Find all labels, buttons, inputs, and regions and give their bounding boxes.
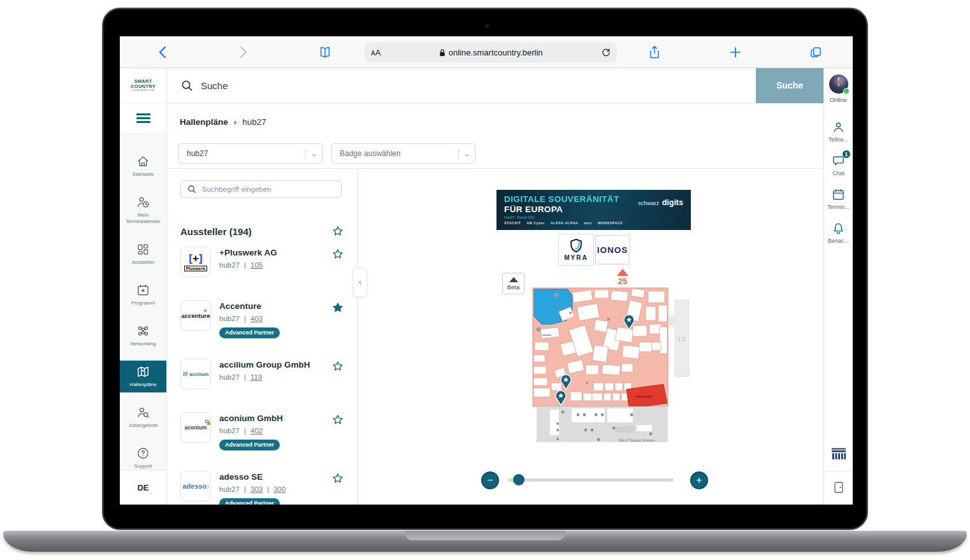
tabs-icon[interactable]	[806, 43, 825, 62]
meta-separator: |	[244, 427, 246, 434]
exhibitor-row-aconium-gmbh[interactable]: aconiumaconium GmbHhub27|402Advanced Par…	[180, 412, 344, 471]
stand-link[interactable]: 303	[250, 485, 263, 493]
exhibitor-name[interactable]: accilium Group GmbH	[219, 360, 331, 370]
exhibitor-name[interactable]: +Pluswerk AG	[219, 248, 331, 257]
favorite-star-icon[interactable]	[331, 301, 344, 314]
sidebar-item-label: Jobangebote	[128, 422, 157, 429]
exhibitor-row-adesso-se[interactable]: adesso)adesso SEhub27|303|300Advanced Pa…	[180, 471, 344, 505]
forward-chevron-icon[interactable]	[234, 43, 253, 62]
panel-collapse-button[interactable]: ‹	[353, 268, 367, 297]
language-switcher[interactable]: DE	[120, 470, 166, 505]
share-icon[interactable]	[645, 43, 664, 62]
rail-item-chat[interactable]: 1Chat	[831, 154, 846, 176]
sidebar-item-programm[interactable]: Programm	[120, 279, 166, 311]
selected-stand-marker[interactable]: 25	[613, 269, 632, 286]
myra-wordmark: MYRA	[564, 254, 588, 261]
favorite-star-icon[interactable]	[331, 472, 344, 485]
exhibitor-row-accilium-group-gmbh[interactable]: \\\acciliumaccilium Group GmbHhub27|119	[180, 359, 344, 412]
rail-item-termin[interactable]: Termin...	[827, 187, 850, 210]
stand-link[interactable]: 105	[250, 261, 263, 269]
hall-label: hub27	[219, 315, 240, 322]
rail-divider	[824, 471, 853, 471]
favorite-star-icon[interactable]	[331, 413, 344, 426]
stand-link[interactable]: 402	[250, 427, 263, 434]
global-search-input[interactable]	[201, 80, 756, 91]
breadcrumb-root[interactable]: Hallenpläne	[180, 117, 228, 127]
accilium-logo: \\\accilium	[180, 359, 211, 389]
sidebar-item-label: Programm	[131, 300, 155, 306]
exhibitor-search-input[interactable]	[202, 185, 335, 193]
exhibitor-list: [+]Pluswerk+Pluswerk AGhub27|105accentur…	[180, 247, 344, 505]
zoom-slider[interactable]	[508, 478, 674, 482]
logo-text: \\\accilium	[183, 371, 209, 377]
exhibitor-row-accenture[interactable]: accenture>Accenturehub27|403Advanced Par…	[180, 300, 344, 359]
chat-icon: 1	[831, 154, 846, 168]
sidebar-item-mein-terminkalender[interactable]: Mein Terminkalender	[120, 191, 166, 229]
favorite-star-icon[interactable]	[331, 360, 344, 373]
logo-line2: COUNTRY	[131, 84, 156, 89]
partner-badge: Advanced Partner	[219, 498, 280, 505]
exhibitor-info: +Pluswerk AGhub27|105	[219, 247, 331, 269]
exhibitor-row-pluswerk-ag[interactable]: [+]Pluswerk+Pluswerk AGhub27|105	[180, 247, 344, 300]
ionos-logo[interactable]: IONOS	[595, 235, 630, 264]
exhibitor-name[interactable]: Accenture	[219, 301, 331, 311]
meta-separator: |	[244, 373, 246, 381]
sidebar-item-startseite[interactable]: Startseite	[120, 150, 166, 182]
exhibitor-name[interactable]: aconium GmbH	[219, 413, 331, 423]
badge-select[interactable]: Badge auswählen ⌄	[331, 143, 475, 164]
myra-shield-icon	[568, 238, 584, 254]
hub27-columns-icon[interactable]	[830, 447, 847, 462]
app-logo[interactable]: SMART COUNTRY CONVENTION	[120, 68, 166, 103]
beta-label: Beta	[507, 284, 520, 291]
exhibitor-info: accilium Group GmbHhub27|119	[219, 359, 331, 381]
zoom-in-button[interactable]: +	[690, 471, 708, 489]
rail-item-benac[interactable]: Benac...	[828, 221, 849, 244]
sidebar-item-label: Startseite	[133, 171, 154, 178]
new-tab-plus-icon[interactable]	[726, 43, 745, 62]
sidebar-item-label: Aussteller	[132, 259, 154, 266]
stand-link[interactable]: 300	[273, 485, 286, 493]
sponsor-banner[interactable]: DIGITALE SOUVERÄNITÄT FÜR EUROPA hub27. …	[496, 190, 691, 230]
sidebar-item-networking[interactable]: Networking	[120, 320, 166, 352]
meta-separator: |	[244, 315, 246, 322]
zoom-slider-thumb[interactable]	[513, 474, 525, 485]
adesso-logo: adesso)	[180, 471, 211, 501]
zoom-out-button[interactable]: −	[481, 471, 499, 489]
exhibitor-name[interactable]: adesso SE	[219, 472, 331, 482]
corridor-connector	[669, 317, 675, 326]
schwarz-digits-logo: schwarz digits	[638, 196, 683, 208]
hall-label: hub27	[219, 427, 240, 434]
reading-list-book-icon[interactable]	[315, 43, 335, 62]
hall-select[interactable]: hub27 ⌄	[178, 143, 322, 164]
online-status-label: Online	[830, 96, 847, 103]
hamburger-menu-icon[interactable]	[120, 103, 166, 134]
stand-link[interactable]: 403	[250, 315, 263, 322]
search-submit-button[interactable]: Suche	[756, 68, 823, 103]
language-label: DE	[137, 483, 148, 492]
user-avatar[interactable]	[829, 75, 848, 94]
hall-floor-plan[interactable]: Halle 27 Eingang / Entrance 1.2	[532, 287, 704, 448]
logout-door-icon[interactable]	[832, 480, 846, 494]
url-bar[interactable]: AA online.smartcountry.berlin	[365, 42, 617, 62]
sidebar-item-jobangebote[interactable]: Jobangebote	[120, 401, 166, 433]
back-chevron-icon[interactable]	[152, 43, 171, 62]
sidebar-item-aussteller[interactable]: Aussteller	[120, 238, 166, 270]
myra-logo[interactable]: MYRA	[558, 234, 594, 266]
beta-toggle-button[interactable]: Beta	[502, 273, 525, 294]
screen: AA online.smartcountry.berlin	[120, 36, 853, 505]
favorite-all-star-icon[interactable]	[331, 225, 344, 238]
sidebar-item-hallenpl-ne[interactable]: Hallenpläne	[120, 361, 166, 392]
lock-icon	[439, 48, 445, 57]
search-header: Suche	[167, 68, 823, 103]
stand-link[interactable]: 119	[250, 373, 262, 381]
grid-icon	[136, 242, 150, 257]
filter-row: hub27 ⌄ Badge auswählen ⌄	[178, 143, 475, 164]
rail-item-teilne[interactable]: Teilne...	[829, 120, 848, 143]
pluswerk-logo: [+]Pluswerk	[180, 247, 211, 277]
partner-logo-stackit: STACKIT	[504, 221, 521, 225]
exhibitor-info: Accenturehub27|403Advanced Partner	[219, 300, 331, 338]
favorite-star-icon[interactable]	[331, 248, 344, 261]
exhibitor-list-title: Aussteller (194)	[180, 226, 252, 237]
reload-icon[interactable]	[601, 47, 611, 57]
text-size-button[interactable]: AA	[371, 48, 380, 57]
